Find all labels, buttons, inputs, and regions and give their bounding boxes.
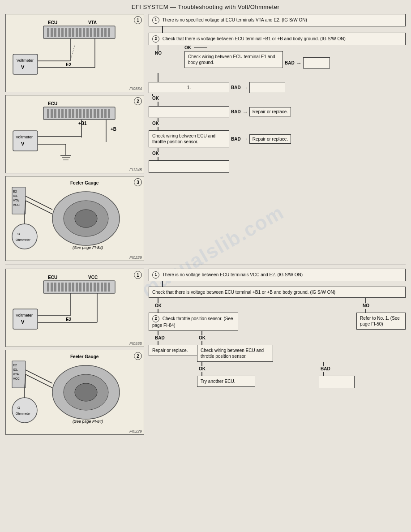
- mid-flow-col: 1. BAD → OK: [149, 70, 406, 173]
- svg-rect-93: [79, 283, 81, 292]
- svg-rect-13: [83, 28, 85, 37]
- b-check-throttle-text: Check throttle position sensor. (See pag…: [152, 316, 233, 328]
- svg-rect-37: [61, 109, 64, 118]
- ok-label-3: OK: [152, 121, 159, 126]
- v-line-2: [158, 102, 158, 106]
- svg-text:V: V: [21, 319, 25, 325]
- svg-point-119: [75, 383, 97, 401]
- check-throttle-text: Check wiring between ECU and throttle po…: [152, 133, 215, 144]
- svg-text:E2: E2: [13, 364, 17, 367]
- flow-circle-2: 2: [152, 35, 159, 43]
- svg-rect-38: [65, 109, 67, 118]
- svg-text:Voltmeter: Voltmeter: [16, 135, 33, 139]
- svg-rect-100: [104, 283, 107, 292]
- svg-rect-94: [83, 283, 85, 292]
- svg-point-122: [12, 398, 37, 423]
- svg-text:Ω: Ω: [17, 232, 20, 236]
- v-line-no: [158, 45, 158, 51]
- svg-rect-50: [108, 109, 110, 118]
- diagram-2-svg: ECU: [8, 97, 142, 171]
- svg-rect-8: [65, 28, 67, 37]
- no-label: NO: [155, 51, 162, 56]
- svg-rect-20: [108, 28, 110, 37]
- svg-rect-36: [58, 109, 60, 118]
- b-v-bad-w: [323, 362, 324, 366]
- svg-rect-44: [86, 109, 89, 118]
- title-bold: EFI SYSTEM: [132, 4, 168, 10]
- svg-rect-97: [94, 283, 96, 292]
- b-ok-bad-wiring-row: OK Try another ECU. BAD: [197, 362, 355, 388]
- svg-rect-85: [51, 283, 53, 292]
- svg-text:ECU: ECU: [48, 275, 57, 280]
- svg-text:V: V: [21, 141, 25, 146]
- page: manualslib.com EFI SYSTEM — Troubleshoot…: [0, 0, 411, 532]
- step1-num-text: 1.: [187, 85, 191, 90]
- ok-line: OK: [184, 45, 406, 50]
- diagram-b2: 2 Feeler Gauge E2 IDL VTA VCC Ω Ohmmeter: [5, 350, 144, 435]
- no-branch: NO: [149, 45, 176, 69]
- repair-box-2: Repair or replace.: [249, 134, 291, 144]
- svg-text:IDL: IDL: [13, 368, 18, 371]
- b-v-ok: [158, 298, 158, 303]
- svg-rect-90: [68, 283, 71, 292]
- svg-point-72: [75, 210, 97, 227]
- svg-text:VTA: VTA: [13, 373, 19, 376]
- diagram-1-svg: ECU VTA: [8, 16, 142, 90]
- b-check-wiring-throttle2-text: Check wiring between ECU and throttle po…: [201, 348, 264, 359]
- fig-label-3: FI0229: [129, 255, 142, 260]
- svg-text:Voltmeter: Voltmeter: [16, 313, 33, 317]
- arrow-right-2: →: [243, 85, 248, 91]
- b-bad-ok-throttle-row: BAD Repair or replace. OK: [149, 331, 355, 388]
- fig-label-2: FI1245: [129, 167, 142, 172]
- v-line-1: [158, 73, 158, 82]
- svg-text:+B1: +B1: [78, 121, 87, 126]
- b-bad-label-2: BAD: [321, 366, 355, 371]
- check-throttle-row: Check wiring between ECU and throttle po…: [149, 130, 406, 147]
- blank-bad-row: BAD → Repair or replace.: [149, 106, 406, 117]
- arrow-right-4: →: [243, 136, 248, 142]
- svg-rect-47: [97, 109, 99, 118]
- b-no-side: NO Refer to No. 1. (See page FI-50): [356, 298, 406, 330]
- svg-text:Ohmmeter: Ohmmeter: [16, 412, 31, 415]
- flow-circle-1: 1: [152, 17, 159, 24]
- b-repair-box: Repair or replace.: [149, 345, 202, 356]
- b-v-bad-w2: [323, 372, 324, 376]
- svg-text:Voltmeter: Voltmeter: [17, 58, 34, 63]
- bad-repair-row-1: BAD →: [285, 57, 330, 69]
- svg-rect-18: [101, 28, 103, 37]
- bad-label-3: BAD: [231, 109, 241, 114]
- diagram-b1-svg: ECU VCC: [8, 271, 142, 343]
- svg-rect-105: [13, 309, 38, 329]
- svg-text:E2: E2: [66, 317, 72, 322]
- svg-rect-96: [90, 283, 92, 292]
- svg-text:IDL: IDL: [13, 194, 18, 197]
- svg-rect-11: [76, 28, 78, 37]
- b-v-bad-2: [158, 341, 158, 345]
- b-flow-step1-text: There is no voltage between ECU terminal…: [163, 272, 303, 277]
- diagram-2: 2 ECU: [5, 95, 144, 173]
- flow-step2-text: Check that there is voltage between ECU …: [163, 36, 346, 41]
- svg-rect-5: [54, 28, 56, 37]
- ok-label-4: OK: [152, 151, 159, 156]
- v-line-4: [158, 127, 158, 130]
- svg-text:V: V: [21, 64, 25, 70]
- b-ok-label-2: OK: [199, 335, 355, 340]
- svg-text:Feeler Gauge: Feeler Gauge: [70, 354, 99, 359]
- ok-label-1: OK: [184, 45, 191, 50]
- b-no-label: NO: [363, 303, 369, 308]
- diagram-num-1: 1: [134, 16, 142, 24]
- svg-rect-34: [51, 109, 53, 118]
- b-refer-box: Refer to No. 1. (See page FI-50): [356, 313, 406, 330]
- b-v-no-2: [365, 309, 366, 313]
- svg-text:E2: E2: [66, 62, 72, 67]
- bottom-flow: 1 There is no voltage between ECU termin…: [149, 269, 406, 435]
- svg-rect-91: [72, 283, 74, 292]
- svg-rect-16: [94, 28, 96, 37]
- svg-rect-12: [79, 28, 81, 37]
- svg-text:Feeler Gauge: Feeler Gauge: [70, 180, 99, 185]
- svg-rect-88: [61, 283, 64, 292]
- svg-text:E2: E2: [13, 190, 17, 193]
- b-refer-text: Refer to No. 1. (See page FI-50): [360, 316, 400, 326]
- branch-no-ok: NO OK Check wiring between ECU terminal …: [149, 45, 406, 69]
- b-flow-step1-box: 1 There is no voltage between ECU termin…: [149, 269, 406, 281]
